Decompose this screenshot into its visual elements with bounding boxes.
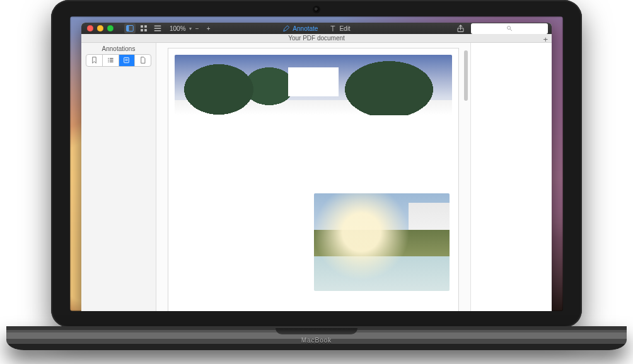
pdf-app-window: 100% ▾ − + A — [81, 23, 552, 311]
sidebar-view-button[interactable] — [124, 23, 136, 33]
svg-rect-2 — [141, 25, 143, 28]
view-mode-group — [124, 23, 163, 33]
plus-icon: + — [207, 25, 211, 32]
svg-rect-5 — [144, 29, 147, 31]
hinge-notch — [276, 328, 357, 334]
annotate-label: Annotate — [293, 25, 318, 32]
list-view-icon — [154, 25, 161, 32]
annotation-list-icon — [123, 57, 130, 64]
svg-line-11 — [510, 29, 512, 31]
sidebar-tab-annotations[interactable] — [119, 55, 136, 66]
mode-switch: Annotate Edit — [282, 25, 350, 32]
tab-bar: Your PDF document + — [81, 34, 552, 42]
chevron-down-icon: ▾ — [189, 26, 192, 31]
sidebar-tab-bookmarks[interactable] — [86, 55, 103, 66]
svg-point-16 — [108, 62, 109, 63]
share-button[interactable] — [455, 23, 466, 33]
svg-rect-17 — [110, 62, 113, 62]
grid-view-button[interactable] — [138, 23, 149, 33]
minus-icon: − — [195, 25, 199, 32]
sidebar-tabs — [86, 54, 151, 67]
vertical-scrollbar[interactable] — [464, 50, 468, 101]
svg-point-10 — [508, 26, 511, 30]
zoom-control[interactable]: 100% ▾ — [170, 25, 192, 32]
svg-rect-4 — [141, 29, 143, 31]
search-input[interactable] — [471, 23, 548, 34]
document-viewport[interactable] — [156, 43, 470, 311]
macbook-base: MacBook — [6, 326, 627, 350]
sidebar-tab-outline[interactable] — [103, 55, 119, 66]
window-traffic-lights — [81, 25, 119, 31]
sidebar-view-icon — [126, 25, 134, 32]
svg-rect-7 — [154, 28, 161, 29]
svg-rect-6 — [154, 26, 161, 27]
edit-mode-button[interactable]: Edit — [329, 25, 350, 32]
page-image-1 — [175, 55, 452, 115]
svg-point-12 — [108, 58, 109, 59]
edit-label: Edit — [339, 25, 350, 32]
minimize-button[interactable] — [97, 25, 103, 31]
sidebar-tab-pages[interactable] — [135, 55, 151, 66]
new-tab-button[interactable]: + — [543, 35, 548, 44]
svg-rect-8 — [154, 30, 161, 31]
maximize-button[interactable] — [107, 25, 113, 31]
main: Annotations — [81, 43, 552, 311]
close-button[interactable] — [87, 25, 93, 31]
share-icon — [456, 25, 465, 33]
grid-view-icon — [140, 25, 148, 32]
annotate-icon — [282, 25, 289, 32]
annotate-mode-button[interactable]: Annotate — [282, 25, 318, 32]
outline-icon — [107, 57, 114, 64]
right-panel — [470, 43, 552, 311]
bookmark-icon — [91, 57, 98, 64]
sidebar-title: Annotations — [81, 43, 156, 54]
zoom-out-button[interactable]: − — [192, 23, 203, 33]
zoom-in-button[interactable]: + — [203, 23, 214, 33]
toolbar: 100% ▾ − + A — [81, 23, 552, 34]
svg-rect-13 — [110, 58, 113, 59]
svg-rect-3 — [144, 25, 147, 28]
macbook-frame: 100% ▾ − + A — [51, 0, 582, 327]
svg-rect-15 — [110, 60, 113, 60]
svg-rect-1 — [127, 26, 129, 31]
svg-point-14 — [108, 60, 109, 61]
edit-text-icon — [329, 25, 336, 32]
zoom-value: 100% — [170, 25, 186, 32]
screen: 100% ▾ − + A — [70, 16, 563, 311]
page-icon — [139, 57, 146, 64]
list-view-button[interactable] — [152, 23, 163, 33]
page-image-2 — [314, 193, 450, 291]
macbook-brand: MacBook — [301, 337, 332, 344]
tab-title[interactable]: Your PDF document — [288, 35, 345, 42]
svg-rect-18 — [124, 58, 129, 63]
pdf-page — [168, 48, 459, 311]
sidebar: Annotations — [81, 43, 156, 311]
search-icon — [506, 25, 513, 31]
camera — [314, 7, 319, 12]
